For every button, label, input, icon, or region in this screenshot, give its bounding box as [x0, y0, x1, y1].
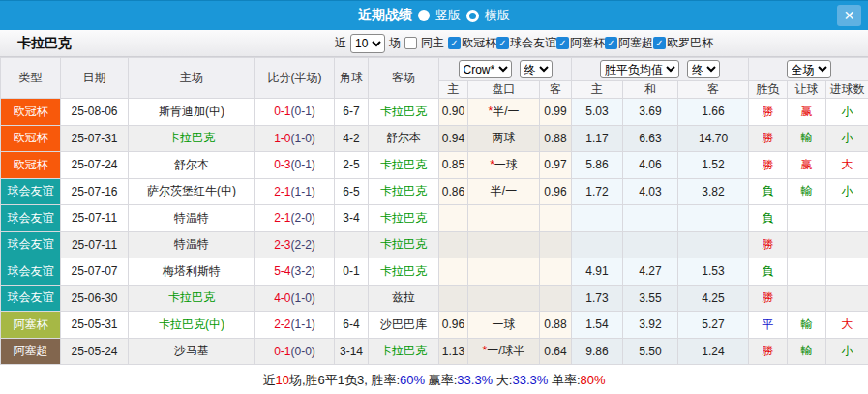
halftime-score: (1-1) [291, 318, 315, 331]
close-button[interactable]: ✕ [837, 5, 861, 26]
league-filter-label[interactable]: 欧冠杯 [462, 35, 496, 51]
fulltime-score: 2-3 [274, 238, 290, 252]
odds-home-cell: 0.94 [439, 125, 468, 152]
home-team-cell: 特温特 [129, 205, 255, 232]
col-header-away: 客场 [369, 58, 439, 99]
sub-header-avg-lose: 客 [678, 81, 749, 99]
horizontal-layout-label[interactable]: 横版 [485, 7, 510, 24]
date-cell: 25-08-06 [61, 99, 129, 126]
control-bar: 卡拉巴克 近 10 场 同主 ✓欧冠杯✓球会友谊✓阿塞杯✓阿塞超✓欧罗巴杯 [0, 30, 868, 57]
avg-group-header: 胜平负均值 终 [572, 58, 749, 81]
avg-draw-cell: 5.50 [623, 338, 678, 365]
same-home-checkbox[interactable] [404, 37, 417, 49]
date-cell: 25-07-24 [61, 152, 129, 179]
summary-segment: 10 [275, 373, 288, 387]
league-filter-checkbox[interactable]: ✓ [556, 37, 569, 49]
odds-home-cell: 0.96 [439, 312, 468, 339]
avg-lose-cell: 1.24 [678, 338, 749, 365]
league-filter-checkbox[interactable]: ✓ [448, 37, 461, 49]
summary-segment: 大: [493, 373, 512, 387]
vertical-layout-label[interactable]: 竖版 [435, 7, 461, 24]
scope-select[interactable]: 全场 [787, 60, 831, 78]
scope-group-header: 全场 [749, 58, 868, 81]
match-row: 阿塞超25-05-24沙马基0-1(0-0)3-14卡拉巴克1.13*一/球半0… [1, 338, 868, 365]
league-filter-label[interactable]: 欧罗巴杯 [667, 35, 713, 51]
handicap-cell [468, 258, 540, 286]
avg-lose-cell [678, 205, 749, 232]
sub-header-result: 胜负 [749, 81, 788, 99]
avg-draw-cell: 3.92 [623, 312, 678, 339]
league-filter-checkbox[interactable]: ✓ [496, 37, 509, 49]
handicap-text: 一球 [494, 158, 518, 171]
result-cell: 勝 [749, 338, 788, 365]
match-row: 球会友谊25-07-07梅塔利斯特5-4(3-2)0-1卡拉巴克4.914.27… [1, 258, 868, 286]
goals-result-cell: 小 [826, 178, 868, 205]
odds-home-cell: 1.13 [439, 338, 468, 365]
avg-type-select[interactable]: 胜平负均值 [600, 60, 679, 78]
league-filter-checkbox[interactable]: ✓ [653, 37, 666, 49]
avg-lose-cell [678, 231, 749, 258]
home-team-cell: 梅塔利斯特 [129, 258, 255, 286]
fulltime-score: 5-4 [274, 264, 290, 278]
league-filter-checkbox[interactable]: ✓ [605, 37, 617, 49]
odds-home-cell [439, 258, 468, 286]
vertical-layout-radio[interactable] [418, 10, 430, 21]
odds-away-cell: 0.88 [540, 312, 572, 339]
fulltime-score: 0-1 [274, 345, 290, 358]
odds-time-select[interactable]: 终 [520, 60, 553, 78]
avg-win-cell: 5.86 [572, 152, 623, 179]
result-cell: 勝 [749, 231, 788, 258]
league-cell: 球会友谊 [1, 205, 61, 232]
recent-count-select[interactable]: 10 [350, 34, 385, 53]
league-filter-label[interactable]: 球会友谊 [510, 35, 556, 51]
odds-source-select[interactable]: Crow* [459, 60, 512, 78]
league-filter-label[interactable]: 阿塞超 [618, 35, 653, 51]
home-team-cell: 卡拉巴克(中) [129, 312, 255, 339]
handicap-result-cell: 赢 [788, 152, 826, 179]
halftime-score: (3-2) [291, 264, 315, 278]
handicap-cell: *一球 [468, 152, 540, 179]
handicap-cell: 两球 [468, 125, 540, 152]
avg-time-select[interactable]: 终 [687, 60, 720, 78]
score-cell: 0-3(0-1) [255, 152, 335, 179]
col-header-corner: 角球 [335, 58, 369, 99]
league-cell: 欧冠杯 [1, 152, 61, 179]
away-team-cell: 卡拉巴克 [369, 258, 439, 286]
avg-win-cell: 1.73 [572, 285, 623, 312]
match-row: 球会友谊25-07-16萨尔茨堡红牛(中)2-1(1-1)6-5卡拉巴克0.86… [1, 178, 868, 205]
goals-result-cell: 小 [826, 338, 868, 365]
score-cell: 5-4(3-2) [255, 258, 335, 286]
halftime-score: (2-0) [291, 211, 315, 225]
league-filter-label[interactable]: 阿塞杯 [570, 35, 605, 51]
halftime-score: (0-1) [291, 105, 315, 118]
col-header-score: 比分(半场) [255, 58, 335, 99]
same-home-label[interactable]: 同主 [421, 35, 444, 51]
avg-draw-cell: 4.03 [623, 178, 678, 205]
score-cell: 2-2(1-1) [255, 312, 335, 339]
score-cell: 0-1(0-0) [255, 338, 335, 365]
date-cell: 25-05-31 [61, 312, 129, 339]
home-team-cell: 萨尔茨堡红牛(中) [129, 178, 255, 205]
league-filter-list: ✓欧冠杯✓球会友谊✓阿塞杯✓阿塞超✓欧罗巴杯 [448, 35, 713, 51]
goals-result-cell: 大 [826, 312, 868, 339]
score-cell: 1-0(1-0) [255, 125, 335, 152]
results-table: 类型 日期 主场 比分(半场) 角球 客场 Crow* 终 胜平负均值 终 [0, 57, 868, 365]
date-cell: 25-07-16 [61, 178, 129, 205]
league-cell: 阿塞超 [1, 338, 61, 365]
match-row: 阿塞杯25-05-31卡拉巴克(中)2-2(1-1)6-4沙巴巴库0.96一球0… [1, 312, 868, 339]
goals-result-cell [826, 285, 868, 312]
odds-home-cell: 0.85 [439, 152, 468, 179]
summary-segment: 33.3% [457, 373, 493, 387]
sub-header-odds-away: 客 [540, 81, 572, 99]
handicap-result-cell: 輸 [788, 178, 826, 205]
summary-text: 近10场,胜6平1负3, 胜率:60% 赢率:33.3% 大:33.3% 单率:… [262, 372, 605, 389]
avg-draw-cell [623, 205, 678, 232]
col-header-home: 主场 [129, 58, 255, 99]
corner-cell [335, 231, 369, 258]
halftime-score: (0-0) [291, 345, 315, 358]
handicap-text: 半/一 [491, 184, 517, 197]
odds-home-cell [439, 205, 468, 232]
horizontal-layout-radio[interactable] [466, 10, 479, 22]
handicap-result-cell: 輸 [788, 338, 826, 365]
handicap-cell: 半/一 [468, 178, 540, 205]
